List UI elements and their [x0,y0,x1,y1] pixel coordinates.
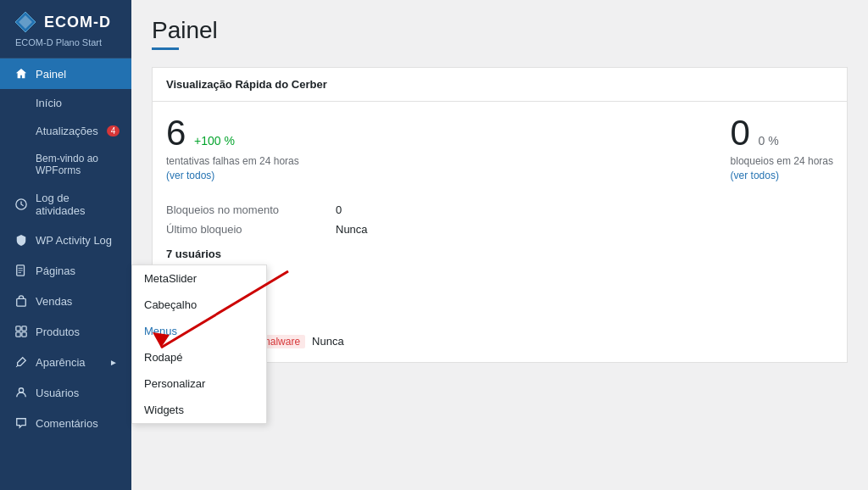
submenu-item-personalizar[interactable]: Personalizar [132,370,266,397]
stat-block-blocks: 0 0 % bloqueios em 24 horas (ver todos) [731,115,833,183]
sidebar-item-vendas-label: Vendas [36,295,118,308]
stat-failures-percent: +100 % [194,134,235,148]
sidebar-item-inicio[interactable]: Início [0,89,131,117]
svg-point-9 [19,388,23,393]
widget-header: Visualização Rápida do Cerber [153,68,847,102]
info-table: Bloqueios no momento 0 Último bloqueio N… [166,200,833,239]
stat-failures-link[interactable]: (ver todos) [166,170,214,181]
info-label-0: Bloqueios no momento [166,200,336,220]
stat-failures-label: tentativas falhas em 24 horas (ver todos… [166,154,299,183]
sidebar-item-bemvindo[interactable]: Bem-vindo ao WPForms [0,145,131,184]
stat-block-failures: 6 +100 % tentativas falhas em 24 horas (… [166,115,299,183]
logo-area: ECOM-D ECOM-D Plano Start [0,0,131,58]
atualizacoes-badge: 4 [107,125,120,136]
stat-blocks-link[interactable]: (ver todos) [731,170,779,181]
sidebar-item-wpactivity-label: WP Activity Log [36,234,118,247]
svg-rect-4 [17,298,26,306]
sidebar-item-comentarios[interactable]: Comentários [0,408,131,438]
logo-subtitle: ECOM-D Plano Start [14,37,102,47]
table-row: Bloqueios no momento 0 [166,200,833,220]
stat-blocks-row: 0 0 % [731,115,833,151]
stat-blocks-percent: 0 % [759,134,779,148]
last-scan-value: Nunca [312,335,344,348]
svg-rect-5 [16,326,20,331]
info-label-1: Último bloqueio [166,220,336,239]
home-icon [14,66,29,81]
sidebar-item-usuarios-label: Usuários [36,387,118,399]
sidebar-item-paginas[interactable]: Páginas [0,255,131,286]
stat-failures-number: 6 [166,113,186,153]
sidebar-item-wpactivity[interactable]: WP Activity Log [0,225,131,255]
sidebar-item-log-label: Log de atividades [36,192,118,217]
sidebar-item-paginas-label: Páginas [36,264,118,277]
sidebar-item-atualizacoes-label: Atualizações [14,125,98,137]
logo-icon [14,10,37,34]
sidebar-item-aparencia[interactable]: Aparência ► [0,347,131,377]
svg-rect-6 [22,326,26,331]
aparencia-submenu: MetaSlider Cabeçalho Menus Rodapé Person… [131,264,267,424]
sidebar-item-comentarios-label: Comentários [36,417,118,430]
submenu-item-cabecalho[interactable]: Cabeçalho [132,292,266,318]
table-row: Último bloqueio Nunca [166,220,833,239]
sidebar-item-log[interactable]: Log de atividades [0,184,131,225]
sidebar-item-aparencia-label: Aparência [36,356,103,369]
bag-icon [14,293,29,309]
submenu-item-metaslider[interactable]: MetaSlider [132,265,266,292]
brush-icon [14,354,29,370]
shield-icon [14,232,29,248]
svg-rect-7 [16,332,20,337]
page-title: Painel [152,17,848,44]
sidebar-item-produtos[interactable]: Produtos [0,316,131,347]
submenu-item-menus[interactable]: Menus [132,318,266,344]
info-value-0: 0 [336,200,833,220]
submenu-item-rodape[interactable]: Rodapé [132,344,266,370]
sidebar-nav: Painel Início Atualizações 4 Bem-vindo a… [0,58,131,490]
users-value: 7 usuários [166,248,221,260]
info-value-1: Nunca [336,220,833,239]
sidebar-item-vendas[interactable]: Vendas [0,286,131,316]
logo-text: ECOM-D [44,14,111,31]
products-icon [14,324,29,339]
sidebar-item-usuarios[interactable]: Usuários [0,377,131,408]
comment-icon [14,415,29,431]
chevron-right-icon: ► [109,358,118,367]
user-icon [14,385,29,400]
sidebar-item-bemvindo-label: Bem-vindo ao WPForms [14,153,118,176]
stat-blocks-label: bloqueios em 24 horas (ver todos) [731,154,833,183]
stats-row: 6 +100 % tentativas falhas em 24 horas (… [166,115,833,183]
submenu-item-widgets[interactable]: Widgets [132,397,266,423]
sidebar: ECOM-D ECOM-D Plano Start Painel Início … [0,0,131,490]
sidebar-item-atualizacoes[interactable]: Atualizações 4 [0,117,131,145]
sidebar-item-produtos-label: Produtos [36,326,118,338]
stat-blocks-number: 0 [731,113,750,153]
sidebar-item-inicio-label: Início [14,97,118,109]
pages-icon [14,263,29,278]
svg-rect-8 [22,332,26,337]
stat-failures-row: 6 +100 % [166,115,299,151]
sidebar-item-painel-label: Painel [36,68,118,81]
title-underline [152,47,179,50]
clock-icon [14,197,29,212]
sidebar-item-painel[interactable]: Painel [0,58,131,89]
